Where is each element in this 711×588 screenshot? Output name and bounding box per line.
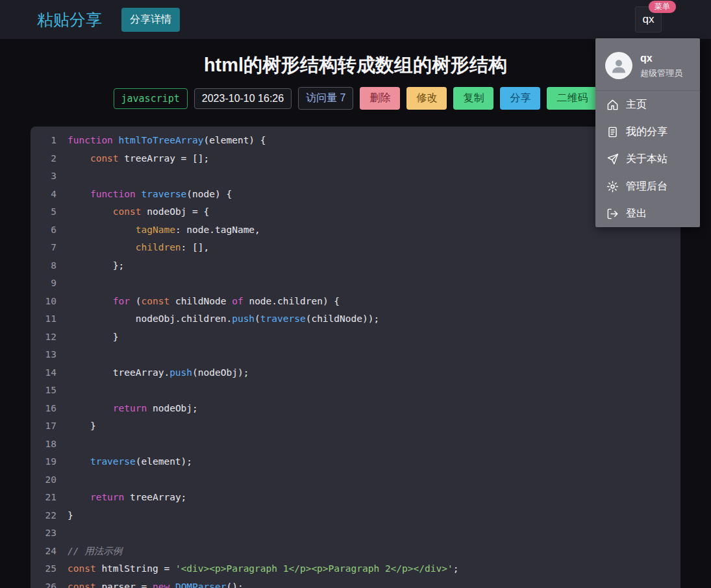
line-number: 9 bbox=[31, 275, 56, 293]
code-line: 21 return treeArray; bbox=[31, 489, 680, 507]
code-text: traverse(element); bbox=[56, 453, 192, 471]
dropdown-item-label: 管理后台 bbox=[626, 179, 667, 193]
code-line: 24// 用法示例 bbox=[31, 543, 680, 561]
code-line: 5 const nodeObj = { bbox=[31, 203, 680, 221]
code-text: } bbox=[56, 328, 119, 347]
share-button[interactable]: 分享 bbox=[500, 87, 540, 110]
code-text: nodeObj.children.push(traverse(childNode… bbox=[56, 310, 379, 328]
code-text: return treeArray; bbox=[56, 489, 186, 507]
line-number: 6 bbox=[31, 221, 56, 239]
code-line: 12 } bbox=[31, 328, 680, 347]
qrcode-button[interactable]: 二维码 bbox=[547, 87, 597, 110]
dropdown-item-logout[interactable]: 登出 bbox=[595, 200, 700, 227]
line-number: 11 bbox=[31, 310, 56, 328]
line-number: 8 bbox=[31, 257, 56, 275]
delete-button[interactable]: 删除 bbox=[360, 87, 400, 110]
home-icon bbox=[606, 99, 619, 111]
dropdown-role: 超级管理员 bbox=[640, 67, 682, 79]
code-line: 25const htmlString = '<div><p>Paragraph … bbox=[31, 560, 680, 578]
code-line: 10 for (const childNode of node.children… bbox=[31, 293, 680, 311]
menu-badge: 菜单 bbox=[649, 1, 676, 13]
code-line: 3 bbox=[31, 167, 680, 186]
code-line: 18 bbox=[31, 435, 680, 454]
code-line: 23 bbox=[31, 524, 680, 543]
code-text: } bbox=[56, 507, 73, 525]
person-icon bbox=[609, 56, 629, 75]
line-number: 7 bbox=[31, 239, 56, 257]
edit-button[interactable]: 修改 bbox=[406, 87, 447, 110]
dropdown-item-document[interactable]: 我的分享 bbox=[595, 118, 700, 145]
line-number: 22 bbox=[31, 507, 56, 525]
dropdown-username: qx bbox=[640, 53, 682, 64]
action-buttons: 删除修改复制分享二维码 bbox=[360, 87, 597, 110]
code-text bbox=[56, 435, 73, 454]
code-text: } bbox=[56, 417, 96, 435]
line-number: 5 bbox=[31, 203, 56, 221]
line-number: 4 bbox=[31, 186, 56, 204]
code-text: const htmlString = '<div><p>Paragraph 1<… bbox=[56, 560, 458, 578]
dropdown-item-label: 主页 bbox=[626, 97, 647, 112]
line-number: 3 bbox=[31, 167, 56, 186]
code-line: 8 }; bbox=[31, 257, 680, 275]
code-line: 11 nodeObj.children.push(traverse(childN… bbox=[31, 310, 680, 328]
code-line: 2 const treeArray = []; bbox=[31, 150, 680, 168]
line-number: 19 bbox=[31, 453, 56, 471]
code-text: // 用法示例 bbox=[56, 543, 122, 561]
code-text bbox=[56, 382, 73, 400]
code-text bbox=[56, 471, 73, 489]
line-number: 17 bbox=[31, 417, 56, 435]
line-number: 21 bbox=[31, 489, 56, 507]
avatar bbox=[605, 52, 632, 79]
dropdown-item-gear[interactable]: 管理后台 bbox=[595, 173, 700, 200]
code-text bbox=[56, 275, 73, 293]
code-line: 1function htmlToTreeArray(element) { bbox=[31, 132, 680, 150]
code-text bbox=[56, 524, 73, 543]
share-detail-button[interactable]: 分享详情 bbox=[121, 8, 180, 32]
code-text: for (const childNode of node.children) { bbox=[56, 293, 340, 311]
code-text bbox=[56, 167, 73, 186]
line-number: 23 bbox=[31, 524, 56, 543]
dropdown-item-home[interactable]: 主页 bbox=[595, 91, 700, 118]
code-text: function traverse(node) { bbox=[56, 186, 232, 204]
code-line: 19 traverse(element); bbox=[31, 453, 680, 471]
code-line: 22} bbox=[31, 507, 680, 525]
line-number: 24 bbox=[31, 543, 56, 561]
line-number: 13 bbox=[31, 346, 56, 364]
document-icon bbox=[606, 126, 619, 138]
code-line: 16 return nodeObj; bbox=[31, 400, 680, 418]
user-dropdown-menu: qx 超级管理员 主页我的分享关于本站管理后台登出 bbox=[595, 38, 700, 227]
line-number: 12 bbox=[31, 328, 56, 347]
brand-title[interactable]: 粘贴分享 bbox=[37, 9, 102, 31]
language-tag: javascript bbox=[114, 88, 188, 109]
copy-button[interactable]: 复制 bbox=[453, 87, 493, 110]
code-text: children: [], bbox=[56, 239, 209, 257]
line-number: 10 bbox=[31, 293, 56, 311]
line-number: 18 bbox=[31, 435, 56, 454]
navbar: 粘贴分享 分享详情 qx 菜单 bbox=[0, 0, 711, 39]
code-line: 17 } bbox=[31, 417, 680, 435]
dropdown-item-send[interactable]: 关于本站 bbox=[595, 145, 700, 173]
line-number: 26 bbox=[31, 578, 56, 588]
user-info-section: qx 超级管理员 bbox=[595, 38, 700, 91]
user-text: qx 超级管理员 bbox=[640, 53, 682, 79]
code-line: 14 treeArray.push(nodeObj); bbox=[31, 364, 680, 382]
code-line: 7 children: [], bbox=[31, 239, 680, 257]
line-number: 2 bbox=[31, 150, 56, 168]
code-line: 4 function traverse(node) { bbox=[31, 186, 680, 204]
code-text: function htmlToTreeArray(element) { bbox=[56, 132, 266, 150]
post-date: 2023-10-10 16:26 bbox=[194, 88, 292, 109]
code-text: }; bbox=[56, 257, 124, 275]
dropdown-item-label: 我的分享 bbox=[626, 125, 667, 139]
dropdown-item-label: 关于本站 bbox=[626, 152, 667, 166]
code-text: const parser = new DOMParser(); bbox=[56, 578, 243, 588]
dropdown-item-label: 登出 bbox=[626, 206, 647, 221]
code-text: treeArray.push(nodeObj); bbox=[56, 364, 249, 382]
dropdown-items: 主页我的分享关于本站管理后台登出 bbox=[595, 91, 700, 227]
send-icon bbox=[606, 153, 619, 165]
line-number: 20 bbox=[31, 471, 56, 489]
code-line: 26const parser = new DOMParser(); bbox=[31, 578, 680, 588]
code-text: return nodeObj; bbox=[56, 400, 198, 418]
line-number: 15 bbox=[31, 382, 56, 400]
code-line: 20 bbox=[31, 471, 680, 489]
code-line: 13 bbox=[31, 346, 680, 364]
